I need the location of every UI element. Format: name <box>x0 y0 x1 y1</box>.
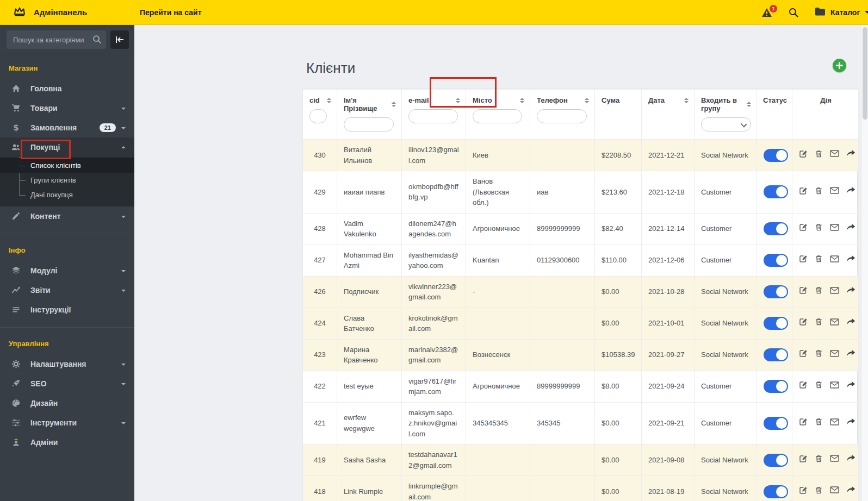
cell-phone <box>530 308 595 339</box>
sidebar-item-tools[interactable]: Інструменти <box>0 413 134 433</box>
status-toggle[interactable] <box>764 380 788 393</box>
sidebar-subitem-client-groups[interactable]: Групи клієнтів <box>0 173 134 187</box>
edit-button[interactable] <box>799 149 808 158</box>
share-button[interactable] <box>846 186 855 195</box>
filter-city-input[interactable] <box>473 109 522 123</box>
sort-icon[interactable] <box>585 98 589 103</box>
sidebar-item-admins[interactable]: Адміни <box>0 433 134 452</box>
catalog-menu[interactable]: Каталог <box>815 7 867 17</box>
mail-button[interactable] <box>830 349 839 358</box>
edit-button[interactable] <box>799 254 808 263</box>
mail-button[interactable] <box>830 186 839 195</box>
edit-button[interactable] <box>799 486 808 494</box>
share-button[interactable] <box>846 418 855 426</box>
mail-button[interactable] <box>830 255 839 263</box>
delete-button[interactable] <box>815 317 823 326</box>
share-button[interactable] <box>846 286 855 295</box>
mail-button[interactable] <box>830 381 839 389</box>
sidebar-collapse-button[interactable] <box>110 30 129 49</box>
share-button[interactable] <box>846 318 855 326</box>
delete-button[interactable] <box>815 223 823 231</box>
sidebar-item-content[interactable]: Контент <box>0 206 134 226</box>
status-toggle[interactable] <box>764 254 788 267</box>
share-button[interactable] <box>846 486 855 494</box>
sidebar-item-design[interactable]: Дизайн <box>0 393 134 413</box>
edit-button[interactable] <box>799 286 808 295</box>
share-button[interactable] <box>846 381 855 389</box>
mail-button[interactable] <box>830 149 839 158</box>
sidebar-item-orders[interactable]: $Замовлення21 <box>0 118 134 137</box>
search-icon[interactable] <box>789 8 798 17</box>
delete-button[interactable] <box>815 186 823 195</box>
status-toggle[interactable] <box>764 485 788 498</box>
delete-button[interactable] <box>815 149 823 158</box>
add-client-button[interactable] <box>833 59 846 72</box>
filter-cid-input[interactable] <box>309 109 327 123</box>
category-search-input[interactable] <box>7 30 106 49</box>
edit-button[interactable] <box>799 349 808 358</box>
go-to-site-link[interactable]: Перейти на сайт <box>140 8 201 17</box>
brand[interactable]: Адмінпанель <box>0 6 127 19</box>
filter-email-input[interactable] <box>408 109 458 123</box>
edit-button[interactable] <box>799 454 808 463</box>
sort-icon[interactable] <box>456 98 460 103</box>
delete-button[interactable] <box>815 454 823 463</box>
vertical-scrollbar[interactable] <box>861 25 868 501</box>
sidebar-item-instructions[interactable]: Інстурукції <box>0 300 134 320</box>
delete-button[interactable] <box>815 380 823 389</box>
edit-button[interactable] <box>799 317 808 326</box>
alerts-icon[interactable]: 1 <box>761 8 772 17</box>
sidebar-item-products[interactable]: Товари <box>0 98 134 118</box>
sidebar-item-customers[interactable]: Покупці <box>0 137 134 157</box>
share-button[interactable] <box>846 149 855 158</box>
filter-name-input[interactable] <box>344 117 394 131</box>
status-toggle[interactable] <box>764 185 788 198</box>
sidebar-item-modules[interactable]: Модулі <box>0 261 134 280</box>
edit-button[interactable] <box>799 380 808 389</box>
cell-sum: $110.00 <box>595 245 642 276</box>
mail-button[interactable] <box>830 418 839 426</box>
sidebar-item-home[interactable]: Головна <box>0 79 134 98</box>
mail-button[interactable] <box>830 223 839 231</box>
share-button[interactable] <box>846 223 855 231</box>
sort-icon[interactable] <box>392 102 396 107</box>
sidebar-subitem-customer-data[interactable]: Дані покупця <box>0 187 134 202</box>
status-toggle[interactable] <box>764 417 788 430</box>
share-button[interactable] <box>846 349 855 358</box>
sort-icon[interactable] <box>327 98 331 103</box>
mail-button[interactable] <box>830 286 839 295</box>
mail-button[interactable] <box>830 318 839 326</box>
status-toggle[interactable] <box>764 149 788 162</box>
delete-button[interactable] <box>815 286 823 295</box>
delete-button[interactable] <box>815 349 823 358</box>
cell-name-value: Link Rumple <box>344 487 383 496</box>
sidebar-subitem-clients-list[interactable]: Список клієнтів <box>0 158 134 173</box>
delete-button[interactable] <box>815 417 823 426</box>
scrollbar-thumb[interactable] <box>863 27 867 120</box>
column-header-phone: Телефон <box>530 90 595 140</box>
status-toggle[interactable] <box>764 317 788 330</box>
sidebar-item-settings[interactable]: Налаштування <box>0 354 134 374</box>
filter-phone-input[interactable] <box>537 109 587 123</box>
search-icon[interactable] <box>92 35 102 46</box>
sort-icon[interactable] <box>684 98 689 103</box>
share-button[interactable] <box>846 454 855 462</box>
edit-button[interactable] <box>799 223 808 231</box>
toggle-knob <box>776 150 787 161</box>
sidebar-item-reports[interactable]: Звіти <box>0 280 134 300</box>
edit-button[interactable] <box>799 417 808 426</box>
sort-icon[interactable] <box>747 102 751 107</box>
status-toggle[interactable] <box>764 285 788 298</box>
status-toggle[interactable] <box>764 222 788 235</box>
status-toggle[interactable] <box>764 454 788 467</box>
edit-button[interactable] <box>799 186 808 195</box>
share-button[interactable] <box>846 255 855 263</box>
delete-button[interactable] <box>815 254 823 263</box>
delete-button[interactable] <box>815 486 823 494</box>
sidebar-item-seo[interactable]: SEO <box>0 374 134 393</box>
filter-group-select[interactable] <box>701 117 751 131</box>
sort-icon[interactable] <box>520 98 524 103</box>
mail-button[interactable] <box>830 454 839 462</box>
mail-button[interactable] <box>830 486 839 494</box>
status-toggle[interactable] <box>764 348 788 361</box>
